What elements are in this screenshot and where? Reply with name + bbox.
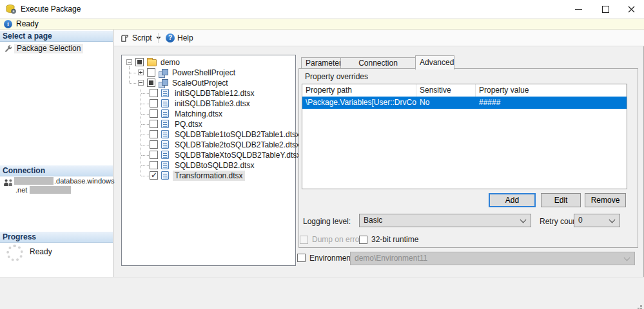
tree-item-sqldbtosqldb2[interactable]: SQLDBtoSQLDB2.dtsx [122, 160, 295, 171]
package-tree: demo PowerShellProject ScaleOutProject i… [121, 55, 296, 266]
tree-item-label[interactable]: ScaleOutProject [170, 78, 230, 88]
tree-item-label[interactable]: SQLDBTable1toSQLDB2Table1.dtsx [173, 129, 302, 140]
package-icon [161, 120, 169, 128]
add-button[interactable]: Add [489, 193, 536, 207]
dump-on-errors-checkbox [300, 236, 308, 244]
tree-item-label[interactable]: SQLDBTableXtoSQLDB2TableY.dtsx [173, 150, 302, 160]
table-header-row: Property path Sensitive Property value [302, 84, 627, 97]
toolbar-help-button[interactable]: ? Help [163, 32, 196, 44]
logging-level-dropdown[interactable]: Basic [359, 214, 531, 227]
cell-sensitive: No [416, 97, 476, 109]
tree-item-powershellproject[interactable]: PowerShellProject [122, 68, 295, 78]
tab-advanced[interactable]: Advanced [415, 55, 454, 70]
progress-spinner [6, 245, 23, 261]
redacted-server-name [14, 177, 54, 185]
server-name-prefix: .net [15, 185, 27, 194]
tab-connection-managers[interactable]: Connection Managers [340, 57, 416, 69]
tree-item-label[interactable]: demo [159, 57, 182, 68]
script-icon [120, 33, 130, 43]
environment-dropdown: demo\Environment11 [350, 252, 635, 265]
collapse-icon[interactable] [138, 80, 144, 86]
sidebar-item-label: Package Selection [14, 44, 83, 53]
chevron-down-icon [520, 217, 527, 223]
tree-item-label[interactable]: PQ.dtsx [173, 119, 204, 129]
column-header-property-path[interactable]: Property path [302, 84, 416, 97]
tree-item-label[interactable]: Transformation.dtsx [173, 171, 245, 181]
status-text: Ready [16, 19, 39, 29]
32bit-runtime-label: 32-bit runtime [371, 235, 418, 244]
connection-header: Connection [0, 165, 113, 176]
tree-checkbox[interactable] [150, 99, 158, 108]
tree-checkbox[interactable] [150, 151, 158, 159]
project-icon [159, 69, 168, 77]
tree-item-scaleoutproject[interactable]: ScaleOutProject [122, 78, 295, 88]
edit-button[interactable]: Edit [541, 193, 581, 207]
tree-checkbox[interactable] [150, 161, 158, 169]
retry-count-value: 0 [578, 216, 583, 225]
toolbar: Script ? Help [114, 30, 644, 46]
tree-checkbox[interactable] [150, 109, 158, 118]
maximize-button[interactable] [594, 0, 616, 18]
tree-item-pq[interactable]: PQ.dtsx [122, 119, 295, 129]
environment-value: demo\Environment11 [355, 254, 427, 263]
package-icon [161, 151, 169, 159]
resize-grip[interactable] [640, 305, 642, 307]
column-header-property-value[interactable]: Property value [476, 84, 627, 97]
select-a-page-header: Select a page [0, 31, 113, 42]
32bit-runtime-checkbox[interactable] [359, 236, 367, 244]
tree-checkbox[interactable] [150, 120, 158, 128]
tree-item-label[interactable]: SQLDBtoSQLDB2.dtsx [173, 160, 256, 171]
collapse-icon[interactable] [126, 59, 132, 65]
project-icon [159, 79, 168, 88]
tree-item-label[interactable]: Matching.dtsx [173, 109, 224, 119]
tree-item-label[interactable]: initSQLDBTable3.dtsx [173, 98, 252, 109]
help-icon: ? [166, 33, 175, 42]
tree-item-sqldbtablexto[interactable]: SQLDBTableXtoSQLDB2TableY.dtsx [122, 150, 295, 160]
retry-count-dropdown[interactable]: 0 [574, 214, 620, 227]
tree-checkbox[interactable] [150, 130, 158, 138]
sidebar-item-package-selection[interactable]: Package Selection [0, 44, 113, 54]
chevron-down-icon [624, 255, 630, 261]
server-name-suffix: .database.windows [54, 176, 115, 185]
sidebar: Select a page Package Selection Connecti… [0, 30, 113, 277]
tree-item-label[interactable]: PowerShellProject [170, 68, 237, 78]
logging-level-value: Basic [364, 216, 382, 225]
tree-item-sqldbtable2to[interactable]: SQLDBTable2toSQLDB2Table2.dtsx [122, 140, 295, 150]
folder-icon [147, 59, 157, 66]
tree-item-transformation[interactable]: Transformation.dtsx [122, 171, 295, 181]
tree-item-initsqldbtable3[interactable]: initSQLDBTable3.dtsx [122, 98, 295, 109]
package-icon [161, 171, 169, 180]
tree-checkbox[interactable] [150, 89, 158, 97]
package-icon [161, 161, 169, 169]
server-name-line1: .database.windows [14, 176, 112, 185]
progress-status: Ready [30, 247, 52, 256]
tree-checkbox[interactable] [147, 79, 155, 87]
progress-header: Progress [0, 232, 113, 243]
tree-checkbox[interactable] [135, 58, 144, 66]
minimize-button[interactable] [567, 0, 589, 18]
status-strip: i Ready [0, 18, 644, 30]
tree-item-demo[interactable]: demo [122, 57, 295, 68]
tree-item-initsqldbtable12[interactable]: initSQLDBTable12.dtsx [122, 88, 295, 98]
tree-item-matching[interactable]: Matching.dtsx [122, 109, 295, 119]
column-header-sensitive[interactable]: Sensitive [416, 84, 476, 97]
execute-package-icon [6, 4, 16, 14]
minimize-icon [575, 6, 582, 13]
tree-item-label[interactable]: initSQLDBTable12.dtsx [173, 88, 256, 98]
tree-item-sqldbtable1to[interactable]: SQLDBTable1toSQLDB2Table1.dtsx [122, 129, 295, 140]
environment-label: Environment: [309, 254, 355, 263]
remove-button[interactable]: Remove [585, 193, 626, 207]
logging-level-label: Logging level: [303, 217, 351, 226]
tree-item-label[interactable]: SQLDBTable2toSQLDB2Table2.dtsx [173, 140, 302, 150]
tree-checkbox-checked[interactable] [150, 171, 158, 180]
table-row[interactable]: \Package.Variables[User::DrvColExp].... … [302, 97, 627, 109]
close-button[interactable] [620, 0, 642, 18]
environment-checkbox[interactable] [297, 254, 306, 262]
expand-icon[interactable] [138, 70, 144, 75]
tree-checkbox[interactable] [150, 140, 158, 149]
tree-checkbox[interactable] [147, 68, 155, 77]
script-button[interactable]: Script [117, 32, 164, 44]
server-connection-icon [3, 178, 14, 187]
help-label: Help [177, 33, 193, 42]
tab-parameters[interactable]: Parameters [301, 57, 341, 69]
